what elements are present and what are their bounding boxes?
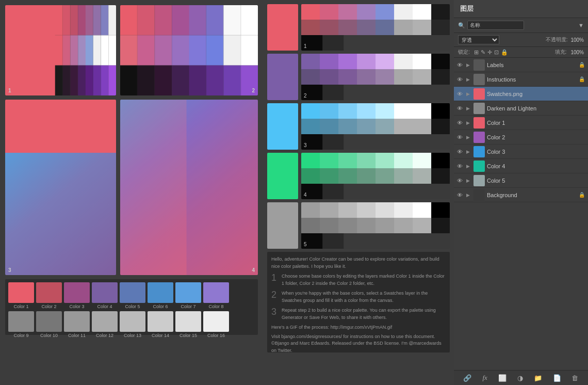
color-strip-left-1 [267,4,298,51]
swatch-item-16[interactable]: Color 16 [203,311,229,338]
swatch-item-1[interactable]: Color 1 [8,282,34,309]
layer-item-swatches-png[interactable]: 👁▶Swatches.png [454,87,588,101]
mid-color-panel: 12345 Hello, adventurer! Color Creator c… [263,0,454,385]
swatch-label-5: Color 5 [125,304,140,309]
step-2-text: When you're happy with the base colors, … [282,290,446,304]
swatch-box-15 [175,311,201,332]
color-strip-right-4: 4 [301,153,450,199]
swatch-item-15[interactable]: Color 15 [175,311,201,338]
swatch-item-7[interactable]: Color 7 [175,282,201,309]
layer-eye-background[interactable]: 👁 [457,192,464,198]
link-layers-icon[interactable]: 🔗 [463,374,471,382]
blend-mode-select[interactable]: 穿透 [458,35,499,44]
swatch-row-1: Color 1Color 2Color 3Color 4Color 5Color… [8,282,255,309]
layer-lock-instructions: 🔒 [579,76,585,82]
layer-eye-swatches-png[interactable]: 👁 [457,91,464,97]
layer-arrow-background[interactable]: ▶ [466,192,471,198]
layer-eye-color1[interactable]: 👁 [457,120,464,126]
swatch-item-13[interactable]: Color 13 [120,311,145,338]
layer-item-color4[interactable]: 👁▶Color 4 [454,159,588,173]
layer-thumb-darken-lighten [473,103,485,114]
layer-item-color5[interactable]: 👁▶Color 5 [454,173,588,188]
strip-num-1: 1 [304,43,307,49]
swatch-item-5[interactable]: Color 5 [120,282,145,309]
swatch-box-7 [175,282,201,303]
layer-item-color3[interactable]: 👁▶Color 3 [454,145,588,159]
swatch-item-9[interactable]: Color 9 [8,311,34,338]
swatch-label-13: Color 13 [124,333,141,338]
layer-thumb-labels [473,59,485,71]
layer-eye-color4[interactable]: 👁 [457,163,464,169]
strip-num-4: 4 [304,192,307,198]
swatch-box-8 [203,282,229,303]
swatch-item-4[interactable]: Color 4 [92,282,118,309]
layers-search-bar[interactable]: 🔍 ▼ [454,18,588,33]
fx-icon[interactable]: fx [482,374,487,382]
layer-arrow-color5[interactable]: ▶ [466,178,471,183]
swatch-item-14[interactable]: Color 14 [148,311,173,338]
layer-eye-color2[interactable]: 👁 [457,134,464,140]
swatch-box-16 [203,311,229,332]
swatch-box-14 [148,311,173,332]
add-mask-icon[interactable]: ⬜ [498,374,507,382]
layer-arrow-instructions[interactable]: ▶ [466,77,471,82]
layer-arrow-color1[interactable]: ▶ [466,120,471,125]
swatch-item-3[interactable]: Color 3 [64,282,90,309]
swatch-label-4: Color 4 [97,304,112,309]
layer-eye-darken-lighten[interactable]: 👁 [457,105,464,111]
layer-item-color1[interactable]: 👁▶Color 1 [454,116,588,130]
swatch-box-3 [64,282,90,303]
layer-thumb-color4 [473,161,485,172]
swatch-label-8: Color 8 [208,304,223,309]
swatch-item-6[interactable]: Color 6 [148,282,173,309]
layer-item-labels[interactable]: 👁▶Labels🔒 [454,58,588,72]
swatch-box-9 [8,311,34,332]
step-3: 3 Repeat step 2 to build a nice color pa… [271,307,446,321]
search-icon: 🔍 [458,22,465,29]
swatch-item-8[interactable]: Color 8 [203,282,229,309]
swatch-box-12 [92,311,118,332]
color-strip-left-2 [267,54,298,100]
new-group-icon[interactable]: 📁 [534,374,542,382]
color-strip-left-5 [267,202,298,249]
layer-item-darken-lighten[interactable]: 👁▶Darken and Lighten [454,101,588,116]
swatch-item-12[interactable]: Color 12 [92,311,118,338]
swatch-item-10[interactable]: Color 10 [36,311,62,338]
search-input[interactable] [467,21,524,30]
layer-arrow-color2[interactable]: ▶ [466,135,471,140]
layer-eye-color5[interactable]: 👁 [457,178,464,184]
layer-name-instructions: Instructions [487,76,577,83]
swatch-row-2: Color 9Color 10Color 11Color 12Color 13C… [8,311,255,338]
layer-arrow-darken-lighten[interactable]: ▶ [466,106,471,111]
strip-num-2: 2 [304,93,307,99]
swatch-label-1: Color 1 [13,304,28,309]
layer-name-color3: Color 3 [487,149,585,155]
swatch-label-9: Color 9 [13,333,28,338]
panel-num-2: 2 [252,88,255,93]
layer-eye-instructions[interactable]: 👁 [457,76,464,83]
swatch-label-10: Color 10 [40,333,58,338]
layer-item-instructions[interactable]: 👁▶Instructions🔒 [454,72,588,87]
swatch-item-11[interactable]: Color 11 [64,311,90,338]
layer-eye-labels[interactable]: 👁 [457,62,464,68]
layer-arrow-swatches-png[interactable]: ▶ [466,91,471,97]
delete-layer-icon[interactable]: 🗑 [571,374,578,382]
layer-arrow-color3[interactable]: ▶ [466,149,471,154]
swatch-label-7: Color 7 [181,304,195,309]
filter-icon[interactable]: ▼ [578,22,584,28]
layer-name-darken-lighten: Darken and Lighten [487,105,585,111]
adjustment-icon[interactable]: ◑ [517,374,523,382]
canvas-panel-1: 1 [5,5,116,95]
swatch-label-12: Color 12 [96,333,113,338]
fill-value: 100% [570,50,584,55]
swatch-box-4 [92,282,118,303]
layer-item-color2[interactable]: 👁▶Color 2 [454,130,588,145]
layer-item-background[interactable]: 👁▶Background🔒 [454,188,588,202]
color-strip-right-1: 1 [301,4,450,51]
lock-padlock-icon: 🔒 [501,49,508,56]
swatch-item-2[interactable]: Color 2 [36,282,62,309]
layer-arrow-color4[interactable]: ▶ [466,164,471,169]
layer-eye-color3[interactable]: 👁 [457,149,464,155]
new-layer-icon[interactable]: 📄 [553,374,561,382]
layer-arrow-labels[interactable]: ▶ [466,62,471,68]
